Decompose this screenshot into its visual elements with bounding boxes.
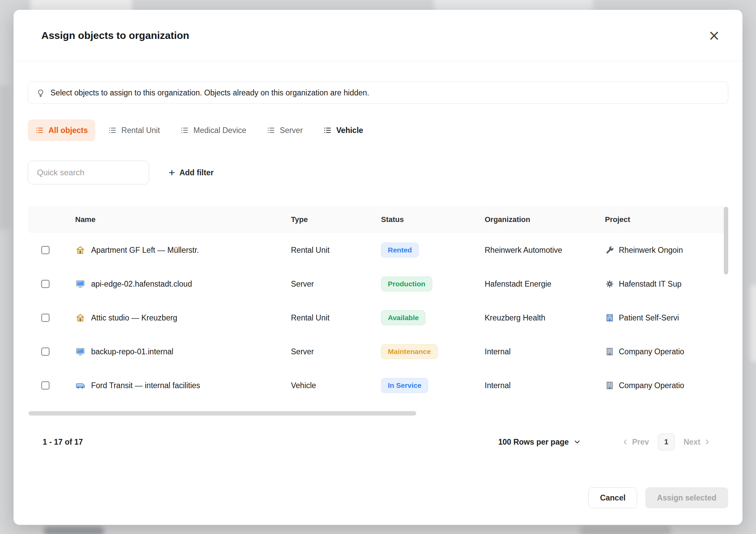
tab-label: All objects [48, 126, 88, 135]
table-row[interactable]: Ford Transit — internal facilities Vehic… [28, 369, 728, 402]
next-page-button[interactable]: Next [684, 438, 711, 447]
tab-server[interactable]: Server [259, 119, 310, 141]
wrench-icon [605, 245, 614, 255]
chevron-left-icon [621, 438, 629, 446]
row-checkbox[interactable] [41, 381, 49, 390]
object-project: Patient Self-Servi [619, 313, 679, 322]
status-badge: Maintenance [381, 344, 438, 359]
list-icon [267, 126, 275, 135]
tab-label: Server [280, 126, 303, 135]
object-organization: Internal [485, 347, 605, 356]
pagination: Prev 1 Next [621, 433, 711, 450]
dialog-actions: Cancel Assign selected [28, 487, 728, 508]
rows-per-page-label: 100 Rows per page [498, 438, 569, 447]
object-name: backup-repo-01.internal [91, 347, 173, 356]
column-header-type: Type [291, 215, 381, 224]
table-rows-viewport: Apartment GF Left — Müllerstr. Rental Un… [28, 233, 728, 402]
horizontal-scrollbar [28, 411, 728, 416]
house-icon [75, 245, 85, 255]
dialog-header: Assign objects to organization × [14, 10, 742, 61]
page-title: Assign objects to organization [41, 30, 189, 41]
prev-page-button[interactable]: Prev [621, 438, 649, 447]
row-checkbox[interactable] [41, 280, 49, 288]
tab-medical-device[interactable]: Medical Device [173, 119, 254, 141]
tab-label: Rental Unit [121, 126, 160, 135]
add-filter-button[interactable]: + Add filter [167, 167, 216, 178]
office-icon [605, 347, 614, 356]
cancel-button[interactable]: Cancel [588, 487, 637, 508]
list-icon [108, 126, 117, 135]
next-label: Next [684, 438, 700, 447]
add-filter-label: Add filter [180, 168, 214, 177]
tab-all-objects[interactable]: All objects [28, 119, 95, 141]
hospital-icon [605, 313, 614, 322]
tab-label: Vehicle [336, 126, 363, 135]
status-badge: Rented [381, 243, 419, 258]
table-row[interactable]: api-edge-02.hafenstadt.cloud Server Prod… [28, 267, 728, 301]
server-icon [75, 347, 85, 357]
object-type: Server [291, 280, 381, 289]
object-organization: Rheinwerk Automotive [485, 246, 605, 255]
row-checkbox[interactable] [41, 348, 49, 356]
table-row[interactable]: backup-repo-01.internal Server Maintenan… [28, 335, 728, 369]
object-organization: Kreuzberg Health [485, 313, 605, 322]
lightbulb-icon [36, 88, 45, 97]
object-type: Server [291, 347, 381, 356]
status-badge: Production [381, 276, 432, 291]
object-name: Ford Transit — internal facilities [91, 381, 200, 390]
current-page-button[interactable]: 1 [658, 433, 675, 450]
tab-rental-unit[interactable]: Rental Unit [101, 119, 167, 141]
backdrop-artifact [750, 284, 756, 362]
backdrop-artifact [43, 527, 104, 534]
table-header-row: Name Type Status Organization Project [28, 206, 728, 233]
van-icon [75, 380, 85, 391]
chevron-down-icon [573, 438, 581, 446]
row-checkbox[interactable] [41, 314, 49, 322]
house-icon [75, 313, 85, 323]
search-input[interactable] [28, 161, 149, 184]
column-header-project: Project [605, 215, 728, 224]
object-name: Attic studio — Kreuzberg [91, 313, 177, 322]
row-range-text: 1 - 17 of 17 [43, 438, 83, 447]
vertical-scrollbar-thumb[interactable] [724, 207, 728, 274]
tab-label: Medical Device [193, 126, 246, 135]
objects-table: Name Type Status Organization Project [28, 206, 728, 416]
object-project: Company Operatio [619, 381, 684, 390]
table-footer: 1 - 17 of 17 100 Rows per page Prev 1 Ne… [28, 432, 728, 451]
assign-selected-button[interactable]: Assign selected [645, 487, 728, 508]
object-name: api-edge-02.hafenstadt.cloud [91, 280, 192, 289]
close-icon[interactable]: × [706, 27, 723, 44]
row-checkbox[interactable] [41, 246, 49, 254]
object-organization: Hafenstadt Energie [485, 280, 605, 289]
object-type-tabs: All objects Rental Unit Medical Device [28, 119, 728, 141]
office-icon [605, 381, 614, 390]
plus-icon: + [169, 167, 175, 178]
info-banner-text: Select objects to assign to this organiz… [50, 88, 369, 97]
backdrop-artifact [0, 85, 9, 230]
table-row[interactable]: Attic studio — Kreuzberg Rental Unit Ava… [28, 301, 728, 335]
column-header-name: Name [60, 215, 291, 224]
list-icon [323, 126, 332, 135]
list-icon [35, 126, 44, 135]
object-project: Hafenstadt IT Sup [619, 280, 681, 289]
object-organization: Internal [485, 381, 605, 390]
server-icon [75, 279, 85, 289]
table-row[interactable]: Apartment GF Left — Müllerstr. Rental Un… [28, 233, 728, 267]
object-type: Vehicle [291, 381, 381, 390]
list-icon [180, 126, 189, 135]
object-type: Rental Unit [291, 246, 381, 255]
info-banner: Select objects to assign to this organiz… [28, 82, 728, 104]
status-badge: In Service [381, 378, 428, 393]
tab-vehicle[interactable]: Vehicle [316, 119, 371, 141]
gear-icon [605, 279, 614, 289]
chevron-right-icon [703, 438, 711, 446]
object-project: Company Operatio [619, 347, 684, 356]
backdrop-artifact [580, 526, 671, 534]
horizontal-scrollbar-thumb[interactable] [28, 411, 416, 416]
rows-per-page-select[interactable]: 100 Rows per page [496, 437, 583, 447]
column-header-organization: Organization [485, 215, 605, 224]
status-badge: Available [381, 310, 425, 325]
column-header-status: Status [381, 215, 485, 224]
prev-label: Prev [632, 438, 649, 447]
object-project: Rheinwerk Ongoin [619, 246, 683, 255]
